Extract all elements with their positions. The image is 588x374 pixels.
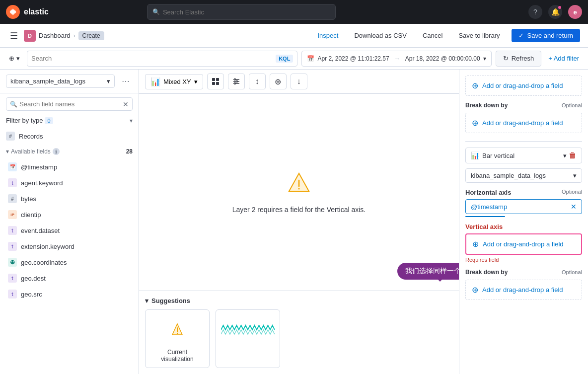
- list-item[interactable]: t geo.dest: [2, 270, 137, 286]
- download-csv-button[interactable]: Download as CSV: [350, 30, 411, 41]
- global-search-icon: 🔍: [152, 8, 160, 15]
- break-down-area-top[interactable]: ⊕ Add or drag-and-drop a field: [465, 113, 582, 133]
- search-field-input[interactable]: [6, 97, 133, 111]
- breadcrumb-dashboard[interactable]: Dashboard: [39, 32, 71, 39]
- clear-search-button[interactable]: ✕: [123, 100, 129, 108]
- top-drag-drop-area[interactable]: ⊕ Add or drag-and-drop a field: [465, 75, 582, 96]
- filter-type-icon: ⊕: [9, 55, 14, 62]
- vertical-plus-icon: ⊕: [472, 239, 479, 249]
- field-type-icon: t: [8, 178, 17, 187]
- timestamp-field-text: @timestamp: [471, 203, 507, 211]
- refresh-label: Refresh: [512, 55, 534, 62]
- chart-type-label: Mixed XY: [163, 78, 191, 85]
- filter-type-button[interactable]: ⊕ ▾: [6, 53, 23, 64]
- speech-bubble: 我们选择同样一个索引: [397, 263, 459, 280]
- global-search-bar[interactable]: 🔍: [147, 4, 336, 20]
- timestamp-field-chip[interactable]: @timestamp ✕: [465, 199, 582, 214]
- break-down-label-bottom: Add or drag-and-drop a field: [482, 286, 563, 294]
- suggestions-header[interactable]: ▾ Suggestions: [145, 297, 453, 304]
- search-field-wrap: 🔍 ✕: [0, 93, 139, 115]
- table-view-button[interactable]: [207, 74, 224, 89]
- chart-type-select-button[interactable]: 📊 Mixed XY ▾: [145, 74, 203, 89]
- timestamp-underline: [465, 216, 505, 217]
- refresh-icon: ↻: [503, 55, 509, 62]
- settings-button[interactable]: [228, 74, 245, 89]
- suggestion-preview: [150, 315, 204, 345]
- cancel-button[interactable]: Cancel: [419, 30, 446, 41]
- field-search-icon: 🔍: [10, 101, 17, 108]
- vertical-axis-drag-drop[interactable]: ⊕ Add or drag-and-drop a field: [465, 233, 582, 255]
- list-item[interactable]: t event.dataset: [2, 223, 137, 238]
- filter-type-chevron: ▾: [16, 55, 20, 62]
- date-range-picker[interactable]: 📅 Apr 2, 2022 @ 11:01:22.57 → Apr 18, 20…: [301, 51, 491, 67]
- right-panel-inner: ⊕ Add or drag-and-drop a field Break dow…: [459, 70, 588, 314]
- suggestion-card[interactable]: Current visualization: [145, 309, 210, 368]
- main-layout: kibana_sample_data_logs ▾ ⋯ 🔍 ✕ Filter b…: [0, 70, 588, 374]
- chart-type-select-actions: ▾ 🗑: [563, 151, 577, 160]
- up-down-button[interactable]: ↕: [249, 74, 266, 89]
- field-list: 📅 @timestamp t agent.keyword # bytes IP …: [0, 159, 139, 374]
- warning-icon: [287, 171, 311, 200]
- field-name: geo.src: [21, 291, 42, 298]
- save-return-check-icon: ✓: [518, 32, 524, 39]
- list-item[interactable]: IP clientip: [2, 207, 137, 223]
- elastic-brand-text: elastic: [24, 7, 49, 16]
- global-search-input[interactable]: [163, 8, 330, 16]
- drag-button[interactable]: ⊕: [270, 74, 287, 89]
- notifications-icon-button[interactable]: 🔔: [548, 5, 562, 19]
- list-item[interactable]: # bytes: [2, 191, 137, 207]
- index-pattern-name: kibana_sample_data_logs: [471, 172, 546, 179]
- bar-icon: 📊: [471, 151, 479, 159]
- svg-point-13: [298, 188, 300, 189]
- list-item[interactable]: t geo.src: [2, 286, 137, 302]
- field-type-icon: 📅: [8, 162, 17, 171]
- nav-icons-group: ? 🔔 e: [528, 5, 582, 19]
- chart-type-chevron: ▾: [194, 78, 198, 85]
- list-item[interactable]: t agent.keyword: [2, 175, 137, 191]
- suggestion-card-wavy[interactable]: [216, 309, 280, 368]
- filter-type-chevron-button[interactable]: ▾: [130, 117, 133, 124]
- filter-input-wrapper[interactable]: KQL: [27, 51, 297, 67]
- break-down-text-top: Break down by: [465, 102, 508, 109]
- list-item[interactable]: ⊕ geo.coordinates: [2, 254, 137, 270]
- svg-point-11: [234, 83, 235, 84]
- kql-badge-button[interactable]: KQL: [276, 55, 293, 63]
- requires-field-text: Requires field: [465, 257, 582, 263]
- records-item[interactable]: # Records: [0, 128, 139, 144]
- horizontal-axis-label: Horizontal axis Optional: [465, 189, 582, 196]
- save-to-library-button[interactable]: Save to library: [454, 30, 504, 41]
- arrow-button[interactable]: ↓: [291, 74, 307, 89]
- sidebar-toggle-button[interactable]: ☰: [8, 28, 20, 43]
- list-item[interactable]: 📅 @timestamp: [2, 159, 137, 175]
- save-and-return-button[interactable]: ✓ Save and return: [512, 29, 580, 42]
- delete-layer-button[interactable]: 🗑: [569, 151, 577, 160]
- break-down-area-bottom[interactable]: ⊕ Add or drag-and-drop a field: [465, 280, 582, 300]
- error-container: Layer 2 requires a field for the Vertica…: [232, 171, 366, 214]
- index-pattern-select[interactable]: kibana_sample_data_logs ▾: [465, 168, 582, 183]
- plus-icon: ⊕: [472, 81, 478, 90]
- breadcrumb: D Dashboard › Create: [24, 30, 104, 42]
- chart-type-select-row[interactable]: 📊 Bar vertical ▾ 🗑: [465, 148, 582, 163]
- refresh-button[interactable]: ↻ Refresh: [496, 51, 542, 67]
- breadcrumb-avatar: D: [24, 30, 36, 42]
- remove-timestamp-button[interactable]: ✕: [571, 203, 577, 211]
- chart-type-select-left: 📊 Bar vertical: [471, 151, 514, 159]
- inspect-button[interactable]: Inspect: [314, 30, 343, 41]
- data-source-name: kibana_sample_data_logs: [10, 77, 85, 85]
- add-filter-button[interactable]: + Add filter: [545, 53, 582, 64]
- field-name: geo.dest: [21, 275, 46, 282]
- vertical-axis-text: Vertical axis: [465, 223, 503, 230]
- user-avatar[interactable]: e: [568, 5, 582, 19]
- filter-search-input[interactable]: [31, 55, 273, 62]
- field-name: extension.keyword: [21, 243, 74, 250]
- available-fields-count: 28: [126, 148, 133, 155]
- date-separator: →: [394, 55, 400, 62]
- list-item[interactable]: t extension.keyword: [2, 238, 137, 254]
- suggestions-chevron: ▾: [145, 297, 148, 304]
- calendar-icon: 📅: [307, 55, 314, 62]
- data-source-select[interactable]: kibana_sample_data_logs ▾: [6, 75, 115, 88]
- break-down-section-label-top: Break down by Optional: [465, 102, 582, 109]
- data-source-options-button[interactable]: ⋯: [119, 75, 133, 87]
- vertical-add-field-label: Add or drag-and-drop a field: [483, 240, 564, 248]
- help-icon-button[interactable]: ?: [528, 5, 542, 19]
